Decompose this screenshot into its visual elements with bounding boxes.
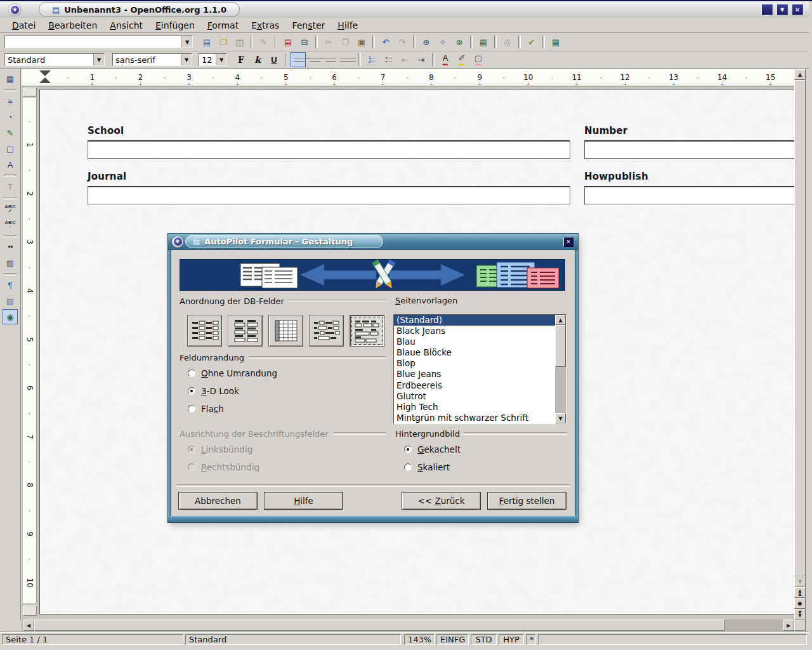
zoom-status[interactable]: 143% xyxy=(404,634,435,645)
font-color-button[interactable]: A ▬ xyxy=(438,52,453,67)
scroll-left-button[interactable]: ◀ xyxy=(23,620,34,631)
modified-status[interactable]: * xyxy=(526,634,536,645)
menu-item[interactable]: Hilfe xyxy=(331,19,364,32)
horizontal-ruler[interactable]: 123456789101112131415 xyxy=(22,69,794,86)
decrease-indent-button[interactable]: ⇤ xyxy=(397,52,412,67)
style-list-item[interactable]: Black Jeans xyxy=(394,326,555,336)
url-input[interactable] xyxy=(5,36,181,48)
previous-page-button[interactable]: ▲▲ xyxy=(794,587,806,598)
finish-button[interactable]: Fertig stellen xyxy=(487,492,566,510)
edit-file-button[interactable]: ✎ xyxy=(256,34,272,50)
scroll-right-button[interactable]: ▶ xyxy=(783,620,794,631)
scroll-down-button[interactable]: ▼ xyxy=(794,576,806,587)
vertical-scrollbar[interactable]: ▲ ▼ ▲▲ ● ▼▼ xyxy=(794,69,806,620)
gallery-button[interactable]: ▦ xyxy=(476,34,491,50)
cut-button[interactable]: ✂ xyxy=(321,34,336,50)
style-list-item[interactable]: Blaue Blöcke xyxy=(394,347,555,358)
vertical-scrollbar-thumb[interactable] xyxy=(794,80,806,576)
cancel-button[interactable]: Abbrechen xyxy=(178,492,258,510)
insert-table-button[interactable]: ▦ xyxy=(3,71,18,86)
auto-spellcheck-button[interactable]: ABC ~ xyxy=(3,217,18,232)
field-border-radio[interactable]: 3-D Look xyxy=(188,385,277,397)
navigation-dot-button[interactable]: ● xyxy=(794,598,806,609)
graphics-onoff-button[interactable]: ▧ xyxy=(3,293,18,308)
menu-item[interactable]: Datei xyxy=(6,19,42,32)
menu-item[interactable]: Format xyxy=(201,19,245,32)
paragraph-style-input[interactable] xyxy=(5,54,93,65)
label-alignment-radio[interactable]: Linksbündig xyxy=(188,443,259,456)
scroll-up-button[interactable]: ▲ xyxy=(555,315,566,325)
insert-fields-button[interactable]: ≡ xyxy=(3,93,18,109)
school-field-input[interactable] xyxy=(88,140,570,159)
help-button[interactable]: Hilfe xyxy=(264,492,343,510)
autotext-button[interactable]: A xyxy=(3,157,18,172)
style-list-item[interactable]: Blau xyxy=(394,336,555,347)
online-layout-button[interactable]: ◉ xyxy=(3,309,18,324)
font-size-input[interactable] xyxy=(199,54,216,65)
journal-field-input[interactable] xyxy=(88,186,570,204)
back-button[interactable]: << Zurück xyxy=(402,492,481,510)
export-pdf-button[interactable]: ▤ xyxy=(280,34,296,50)
spellcheck-button[interactable]: ABC ✔ xyxy=(3,201,18,216)
paste-button[interactable]: ▣ xyxy=(354,34,369,50)
close-button[interactable]: ✕ xyxy=(792,4,803,15)
bold-button[interactable]: F xyxy=(233,52,249,67)
size-dropdown-button[interactable]: ▼ xyxy=(216,54,226,65)
find-button[interactable]: ●● xyxy=(3,239,18,255)
redo-button[interactable]: ↷ xyxy=(395,34,410,50)
window-menu-button[interactable]: ▼ xyxy=(9,4,21,16)
stylist-button[interactable]: ✧ xyxy=(435,34,450,50)
style-list-item[interactable]: Glutrot xyxy=(394,391,555,402)
justify-button[interactable]: ——— ——— xyxy=(340,52,355,67)
underline-button[interactable]: U xyxy=(266,52,282,67)
menu-item[interactable]: Ansicht xyxy=(103,19,149,32)
arrangement-columns-labels-top-button[interactable] xyxy=(228,315,263,347)
new-document-button[interactable]: ▤ xyxy=(199,34,214,50)
listbox-scrollbar[interactable]: ▲ ▼ xyxy=(555,315,566,423)
field-border-radio[interactable]: Flach xyxy=(188,402,277,415)
page-status[interactable]: Seite 1 / 1 xyxy=(2,634,183,645)
undo-button[interactable]: ↶ xyxy=(378,34,393,50)
scroll-down-button[interactable]: ▼ xyxy=(555,413,566,423)
autoformat-button[interactable]: ✔ xyxy=(524,34,539,50)
menu-item[interactable]: Einfügen xyxy=(149,19,201,32)
save-button[interactable]: ◫ xyxy=(232,34,247,50)
navigator-button[interactable]: ⊕ xyxy=(419,34,434,50)
draw-functions-button[interactable]: ✎ xyxy=(3,125,18,140)
scroll-up-button[interactable]: ▲ xyxy=(794,69,806,80)
nonprinting-characters-button[interactable]: ¶ xyxy=(3,277,18,293)
menu-item[interactable]: Extras xyxy=(245,19,285,32)
menu-item[interactable]: Fenster xyxy=(285,19,331,32)
page-style-status[interactable]: Standard xyxy=(185,634,401,645)
dialog-close-button[interactable]: ✕ xyxy=(563,237,573,247)
background-color-button[interactable]: ▢ ▬ xyxy=(471,52,486,67)
style-list-item[interactable]: Blop xyxy=(394,358,555,369)
numbered-list-button[interactable]: 1— 2— xyxy=(364,52,379,67)
dialog-menu-button[interactable]: ▼ xyxy=(172,236,183,248)
style-dropdown-button[interactable]: ▼ xyxy=(93,54,104,65)
horizontal-scrollbar[interactable]: ◀ ▶ xyxy=(22,620,794,631)
listbox-scrollbar-thumb[interactable] xyxy=(555,325,566,367)
italic-button[interactable]: k xyxy=(250,52,265,67)
bullet-list-button[interactable]: •— •— xyxy=(381,52,396,67)
arrangement-blocks-labels-top-button[interactable] xyxy=(350,315,384,347)
arrangement-datasheet-button[interactable] xyxy=(268,315,303,347)
next-page-button[interactable]: ▼▼ xyxy=(794,609,806,620)
copy-button[interactable]: ❐ xyxy=(337,34,353,50)
shade-button[interactable]: ▼ xyxy=(776,4,788,15)
form-functions-button[interactable]: ▢ xyxy=(3,141,18,156)
field-border-radio[interactable]: Ohne Umrandung xyxy=(188,367,277,380)
insert-object-button[interactable]: ◔ xyxy=(3,109,18,124)
align-left-button[interactable]: ——— —— xyxy=(291,52,306,67)
howpublish-field-input[interactable] xyxy=(584,186,794,204)
data-sources-button[interactable]: ▦ xyxy=(548,34,563,50)
selection-mode-status[interactable]: STD xyxy=(471,634,497,645)
font-dropdown-button[interactable]: ▼ xyxy=(181,54,192,65)
increase-indent-button[interactable]: ⇥ xyxy=(414,52,429,67)
data-sources-button[interactable]: ▥ xyxy=(3,255,18,270)
font-name-input[interactable] xyxy=(113,54,181,65)
insert-mode-status[interactable]: EINFG xyxy=(436,634,469,645)
print-button[interactable]: ⊟ xyxy=(297,34,312,50)
hyperlink-button[interactable]: ⊚ xyxy=(452,34,467,50)
menu-item[interactable]: Bearbeiten xyxy=(42,19,103,32)
